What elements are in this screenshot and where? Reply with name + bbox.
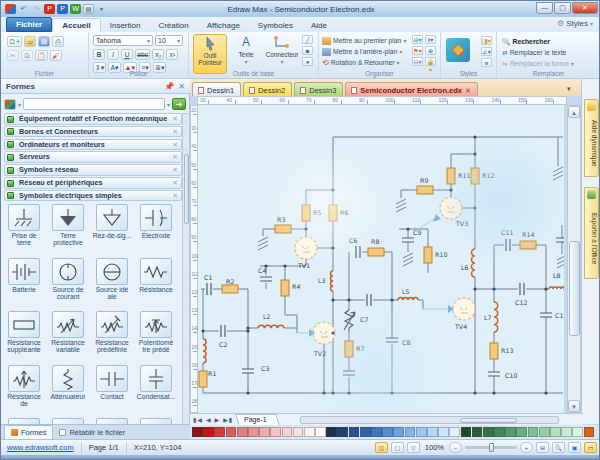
color-swatch[interactable] bbox=[416, 427, 427, 437]
shape-item[interactable]: Source idé ale bbox=[92, 258, 132, 301]
color-swatch[interactable] bbox=[505, 427, 516, 437]
ribbon-tab-accueil[interactable]: Accueil bbox=[52, 18, 100, 32]
color-swatch[interactable] bbox=[293, 427, 304, 437]
component-label-L6[interactable]: L6 bbox=[461, 264, 469, 271]
panel-scrollbar-thumb[interactable] bbox=[184, 154, 189, 224]
color-swatch[interactable] bbox=[528, 427, 539, 437]
component-label-C13[interactable]: C13 bbox=[555, 312, 564, 319]
page-tab[interactable]: Page-1 bbox=[235, 414, 279, 425]
fill-style-icon[interactable]: ◨▾ bbox=[481, 36, 492, 45]
component-label-R13[interactable]: R13 bbox=[501, 347, 513, 354]
shape-item[interactable]: Atténuateur bbox=[48, 365, 88, 400]
pin-icon[interactable]: 📌 bbox=[164, 82, 174, 91]
strikethrough-button[interactable]: abc bbox=[135, 49, 150, 60]
library-close-icon[interactable]: ✕ bbox=[172, 114, 178, 124]
pan-zoom-icon[interactable]: 🔍 bbox=[552, 442, 565, 453]
scrollbar-thumb[interactable] bbox=[569, 241, 580, 336]
cut-icon[interactable]: ✂ bbox=[7, 50, 19, 61]
search-input[interactable] bbox=[23, 98, 165, 110]
color-swatch[interactable] bbox=[282, 427, 293, 437]
shape-item[interactable]: Rez-de-sig... bbox=[92, 204, 132, 239]
fullscreen-icon[interactable]: ▣ bbox=[568, 442, 581, 453]
font-size-combo[interactable]: 10▾ bbox=[155, 35, 183, 46]
ellipse-shape-icon[interactable]: ● bbox=[302, 57, 313, 66]
paint-bucket-icon[interactable] bbox=[446, 38, 470, 62]
document-tab[interactable]: Dessin2 bbox=[243, 82, 292, 96]
color-swatch[interactable] bbox=[214, 427, 225, 437]
format-painter-icon[interactable]: 🖌 bbox=[50, 50, 62, 61]
color-swatch[interactable] bbox=[572, 427, 583, 437]
shape-item[interactable]: Source de courant bbox=[48, 258, 88, 301]
shape-item[interactable]: Prise de terre bbox=[4, 204, 44, 247]
library-bar[interactable]: Équipement rotatif et Fonction mécanniqu… bbox=[4, 113, 182, 125]
line-shape-icon[interactable]: ╱ bbox=[302, 35, 313, 44]
component-label-C10[interactable]: C10 bbox=[505, 372, 517, 379]
tab-close-icon[interactable]: ✕ bbox=[465, 87, 471, 95]
color-swatch[interactable] bbox=[315, 427, 326, 437]
color-swatch[interactable] bbox=[326, 427, 337, 437]
library-close-icon[interactable]: ✕ bbox=[172, 140, 178, 150]
prev-page-icon[interactable]: ◀ bbox=[206, 416, 212, 423]
pointer-tool-button[interactable]: Outil Pointeur bbox=[193, 34, 227, 74]
shape-item[interactable]: Résistance suppléante bbox=[4, 311, 44, 354]
color-swatch[interactable] bbox=[371, 427, 382, 437]
shape-item[interactable]: Batterie bbox=[4, 258, 44, 293]
color-swatch[interactable] bbox=[472, 427, 483, 437]
scroll-up-icon[interactable]: ▲ bbox=[568, 106, 580, 118]
library-bar[interactable]: Réseau et périphériques✕ bbox=[4, 177, 182, 189]
send-to-back-button[interactable]: Mettre à l'arrière-plan▾ bbox=[322, 46, 406, 57]
replace-shape-button[interactable]: ⇋ Remplacer la forme▾ bbox=[502, 58, 574, 69]
save-file-icon[interactable]: ▤ bbox=[38, 36, 50, 47]
library-close-icon[interactable]: ✕ bbox=[172, 127, 178, 137]
color-swatch[interactable] bbox=[237, 427, 248, 437]
color-swatch[interactable] bbox=[461, 427, 472, 437]
maximize-button[interactable]: ▢ bbox=[554, 2, 571, 14]
line-style-icon[interactable]: ∠▾ bbox=[481, 47, 492, 56]
ribbon-tab-création[interactable]: Création bbox=[149, 19, 197, 32]
minimize-button[interactable]: — bbox=[536, 2, 553, 14]
drawing-canvas[interactable]: R1R2R3R4R5R6R7R8R9R10R11R12R13R14C1C2C3C… bbox=[198, 105, 564, 413]
replace-text-button[interactable]: ⇄ Remplacer le texte bbox=[502, 47, 574, 58]
outline-view-icon[interactable]: ▽ bbox=[407, 442, 420, 453]
component-label-C4[interactable]: C4 bbox=[258, 267, 266, 274]
website-link[interactable]: www.edrawsoft.com bbox=[7, 443, 74, 452]
document-tab[interactable]: Semiconductor Electron.edx✕ bbox=[345, 82, 478, 96]
hscroll-thumb[interactable] bbox=[460, 418, 517, 423]
shape-item[interactable]: Terre protective bbox=[48, 204, 88, 247]
color-swatch[interactable] bbox=[192, 427, 203, 437]
restore-file-tab[interactable]: Rétablir le fichier bbox=[53, 426, 131, 439]
canvas-vertical-scrollbar[interactable]: ▲ ▼ bbox=[567, 105, 581, 413]
color-swatch[interactable] bbox=[304, 427, 315, 437]
document-tab[interactable]: Dessin3 bbox=[294, 82, 343, 96]
ribbon-tab-affichage[interactable]: Affichage bbox=[198, 19, 249, 32]
library-close-icon[interactable]: ✕ bbox=[172, 191, 178, 201]
component-label-TV4[interactable]: TV4 bbox=[454, 323, 467, 330]
component-label-C1[interactable]: C1 bbox=[204, 274, 212, 281]
open-folder-icon[interactable]: ▱ bbox=[24, 36, 36, 47]
library-bar[interactable]: Serveurs✕ bbox=[4, 151, 182, 163]
color-swatch[interactable] bbox=[449, 427, 460, 437]
library-close-icon[interactable]: ✕ bbox=[172, 178, 178, 188]
color-swatch[interactable] bbox=[382, 427, 393, 437]
ribbon-tab-insertion[interactable]: Insertion bbox=[101, 19, 150, 32]
color-swatch[interactable] bbox=[539, 427, 550, 437]
ribbon-tab-fichier[interactable]: Fichier bbox=[6, 17, 52, 32]
align-shapes-icon[interactable]: ⊞▾ bbox=[412, 35, 423, 44]
dynamic-help-tab[interactable]: Aide dynamique bbox=[584, 99, 599, 177]
library-bar[interactable]: Bornes et Connecteurs✕ bbox=[4, 126, 182, 138]
component-label-C3[interactable]: C3 bbox=[261, 365, 269, 372]
component-label-C12[interactable]: C12 bbox=[515, 299, 527, 306]
component-label-R10[interactable]: R10 bbox=[435, 251, 447, 258]
last-page-icon[interactable]: ▶▮ bbox=[223, 416, 233, 423]
shape-item[interactable]: Électrode bbox=[136, 204, 176, 239]
library-palette-icon[interactable] bbox=[4, 99, 16, 110]
rotate-flip-button[interactable]: ⟲ Rotation & Retourner▾ bbox=[322, 57, 406, 68]
new-document-icon[interactable]: 🗋+ bbox=[7, 36, 22, 47]
canvas-horizontal-scrollbar[interactable] bbox=[300, 416, 559, 424]
library-bar[interactable]: Symboles réseau✕ bbox=[4, 164, 182, 176]
panel-scrollbar[interactable] bbox=[182, 113, 190, 460]
search-go-button[interactable]: ➜ bbox=[172, 98, 186, 110]
color-swatch[interactable] bbox=[405, 427, 416, 437]
superscript-button[interactable]: x¹ bbox=[166, 49, 178, 60]
export-office-tab[interactable]: Exporter à l'Office bbox=[584, 187, 599, 279]
